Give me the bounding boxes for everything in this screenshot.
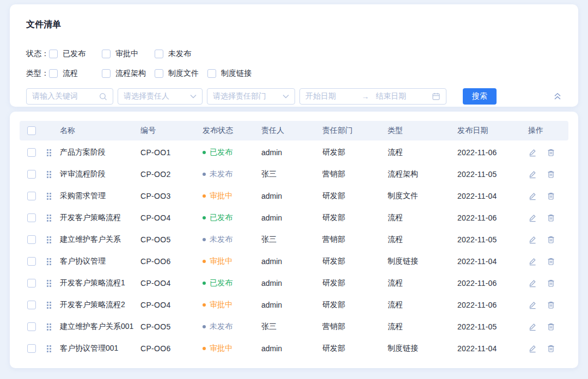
cell-date: 2022-11-05 — [457, 170, 524, 179]
cell-date: 2022-11-04 — [457, 344, 524, 353]
drag-handle-icon[interactable] — [47, 323, 51, 331]
status-badge: 审批中 — [203, 344, 232, 353]
table-row: 建立维护客户关系 CP-OO5 未发布 张三 营销部 流程 2022-11-05 — [20, 229, 568, 250]
status-filter-option[interactable]: 未发布 — [155, 49, 207, 59]
edit-button[interactable] — [528, 235, 537, 244]
cell-code: CP-OO3 — [140, 192, 203, 200]
delete-button[interactable] — [547, 257, 555, 266]
cell-type: 流程 — [388, 213, 457, 223]
delete-button[interactable] — [547, 322, 555, 331]
row-checkbox[interactable] — [27, 235, 36, 244]
type-filter-checkbox[interactable] — [49, 69, 58, 78]
cell-owner: 张三 — [261, 169, 322, 179]
collapse-filters-button[interactable] — [553, 93, 562, 100]
edit-button[interactable] — [528, 279, 537, 288]
status-filter-option[interactable]: 已发布 — [49, 49, 102, 59]
delete-button[interactable] — [547, 235, 555, 244]
select-all-checkbox[interactable] — [27, 126, 36, 135]
cell-code: CP-OO6 — [140, 257, 203, 266]
row-checkbox[interactable] — [27, 148, 36, 157]
table-row: 开发客户策略流程1 CP-OO4 已发布 admin 研发部 流程 2022-1… — [20, 272, 568, 294]
status-dot-icon — [203, 282, 206, 285]
cell-owner: admin — [261, 257, 322, 266]
row-checkbox[interactable] — [27, 192, 36, 200]
edit-button[interactable] — [528, 301, 537, 309]
search-button[interactable]: 搜索 — [463, 88, 497, 105]
type-filter-option[interactable]: 制度链接 — [207, 69, 260, 78]
status-filter-option[interactable]: 审批中 — [102, 49, 155, 59]
drag-handle-icon[interactable] — [47, 149, 51, 156]
type-filter-checkbox[interactable] — [207, 69, 216, 78]
row-checkbox[interactable] — [27, 257, 36, 266]
status-filter-checkbox[interactable] — [49, 50, 58, 58]
status-filter-checkbox[interactable] — [155, 50, 163, 58]
cell-name: 评审流程阶段 — [60, 169, 140, 179]
edit-button[interactable] — [528, 170, 537, 179]
row-checkbox[interactable] — [27, 213, 36, 222]
row-checkbox[interactable] — [27, 279, 36, 288]
cell-owner: admin — [261, 344, 322, 353]
keyword-input[interactable]: 请输入关键词 — [26, 88, 113, 105]
drag-handle-icon[interactable] — [47, 302, 51, 309]
status-badge: 审批中 — [203, 256, 232, 266]
drag-handle-icon[interactable] — [47, 171, 51, 178]
cell-type: 制度链接 — [388, 256, 457, 266]
cell-name: 开发客户策略流程1 — [60, 278, 140, 288]
row-checkbox[interactable] — [27, 344, 36, 353]
status-badge: 审批中 — [203, 300, 232, 310]
delete-button[interactable] — [547, 192, 555, 200]
drag-handle-icon[interactable] — [47, 215, 51, 222]
table-row: 开发客户策略流程 CP-OO4 已发布 admin 研发部 流程 2022-11… — [20, 207, 568, 229]
edit-button[interactable] — [528, 257, 537, 266]
type-filter-checkbox[interactable] — [155, 69, 163, 78]
delete-button[interactable] — [547, 148, 555, 157]
type-filter-option[interactable]: 制度文件 — [155, 69, 207, 78]
cell-name: 产品方案阶段 — [60, 148, 140, 157]
edit-button[interactable] — [528, 192, 537, 200]
cell-owner: admin — [261, 279, 322, 288]
status-badge: 未发布 — [203, 169, 232, 179]
cell-type: 流程 — [388, 148, 457, 157]
delete-button[interactable] — [547, 344, 555, 353]
date-range-input[interactable]: 开始日期 → 结束日期 — [299, 88, 446, 105]
department-select[interactable]: 请选择责任部门 — [207, 88, 295, 105]
owner-select[interactable]: 请选择责任人 — [118, 88, 203, 105]
type-filter-option[interactable]: 流程架构 — [102, 69, 155, 78]
delete-button[interactable] — [547, 279, 555, 288]
edit-button[interactable] — [528, 213, 537, 222]
trash-icon — [547, 235, 555, 244]
type-filter-checkbox[interactable] — [102, 69, 111, 78]
status-dot-icon — [203, 303, 206, 307]
drag-handle-icon[interactable] — [47, 345, 51, 352]
edit-pencil-icon — [528, 213, 537, 222]
cell-code: CP-OO6 — [140, 344, 203, 353]
edit-button[interactable] — [528, 148, 537, 157]
cell-name: 开发客户策略流程 — [60, 213, 140, 223]
cell-department: 营销部 — [322, 235, 388, 244]
row-checkbox[interactable] — [27, 301, 36, 309]
delete-button[interactable] — [547, 213, 555, 222]
type-filter-option[interactable]: 流程 — [49, 69, 102, 78]
trash-icon — [547, 301, 555, 309]
trash-icon — [547, 322, 555, 331]
delete-button[interactable] — [547, 301, 555, 309]
edit-button[interactable] — [528, 344, 537, 353]
cell-type: 流程 — [388, 278, 457, 288]
row-checkbox[interactable] — [27, 170, 36, 179]
delete-button[interactable] — [547, 170, 555, 179]
drag-handle-icon[interactable] — [47, 236, 51, 243]
cell-date: 2022-11-06 — [457, 301, 524, 309]
drag-handle-icon[interactable] — [47, 193, 51, 200]
status-badge: 已发布 — [203, 148, 232, 157]
status-dot-icon — [203, 260, 206, 263]
drag-handle-icon[interactable] — [47, 258, 51, 265]
search-toolbar: 请输入关键词 请选择责任人 请选择责任部门 开始日期 → — [26, 88, 562, 105]
cell-code: CP-OO4 — [140, 213, 203, 222]
keyword-placeholder: 请输入关键词 — [32, 91, 99, 101]
cell-department: 研发部 — [322, 148, 388, 157]
drag-handle-icon[interactable] — [47, 280, 51, 287]
row-checkbox[interactable] — [27, 322, 36, 331]
status-filter-checkbox[interactable] — [102, 50, 111, 58]
status-badge: 未发布 — [203, 322, 232, 332]
edit-button[interactable] — [528, 322, 537, 331]
